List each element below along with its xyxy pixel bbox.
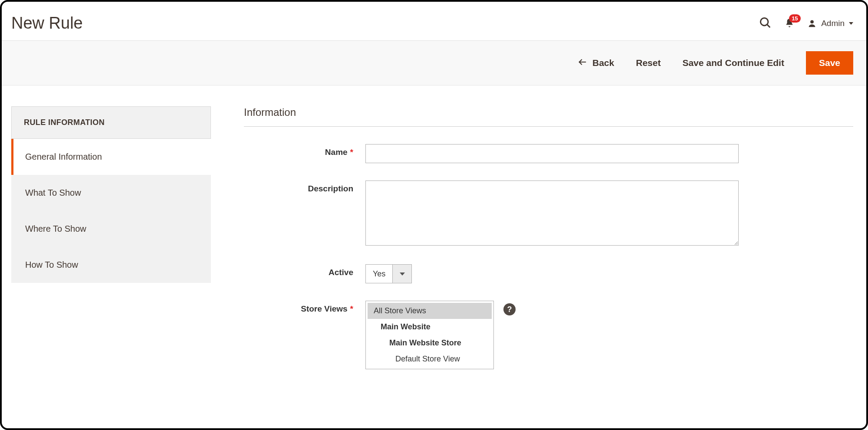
back-button[interactable]: Back <box>578 57 614 69</box>
arrow-left-icon <box>578 57 587 69</box>
reset-button[interactable]: Reset <box>636 58 661 68</box>
tab-where-to-show[interactable]: Where To Show <box>11 211 211 247</box>
page-title: New Rule <box>11 14 83 33</box>
save-continue-button[interactable]: Save and Continue Edit <box>682 58 784 68</box>
svg-point-2 <box>810 20 814 23</box>
tab-how-to-show[interactable]: How To Show <box>11 247 211 283</box>
admin-name: Admin <box>821 19 845 28</box>
active-label: Active <box>244 264 365 277</box>
store-views-multiselect[interactable]: All Store Views Main Website Main Websit… <box>365 301 494 369</box>
description-textarea[interactable] <box>365 181 739 246</box>
back-label: Back <box>592 58 614 68</box>
chevron-down-icon <box>849 22 853 25</box>
admin-account-menu[interactable]: Admin <box>807 19 853 28</box>
section-heading: Information <box>244 106 853 127</box>
search-icon[interactable] <box>759 16 772 30</box>
name-input[interactable] <box>365 144 739 163</box>
active-select-value: Yes <box>366 265 392 283</box>
svg-line-1 <box>767 24 770 27</box>
store-views-group-store[interactable]: Main Website Store <box>368 335 492 351</box>
help-icon[interactable]: ? <box>503 303 516 315</box>
chevron-down-icon <box>392 265 411 283</box>
store-views-label: Store Views* <box>244 301 365 314</box>
store-views-option-default[interactable]: Default Store View <box>368 351 492 367</box>
tab-what-to-show[interactable]: What To Show <box>11 175 211 211</box>
description-label: Description <box>244 181 365 194</box>
svg-point-0 <box>761 18 769 26</box>
sidebar-title: RULE INFORMATION <box>11 106 211 139</box>
rule-sidebar: RULE INFORMATION General Information Wha… <box>11 106 211 387</box>
save-button[interactable]: Save <box>806 51 853 75</box>
name-label: Name* <box>244 144 365 157</box>
active-select[interactable]: Yes <box>365 264 412 283</box>
action-toolbar: Back Reset Save and Continue Edit Save <box>2 40 866 85</box>
store-views-option-all[interactable]: All Store Views <box>368 303 492 319</box>
tab-general-information[interactable]: General Information <box>11 139 211 175</box>
notifications-badge: 15 <box>789 14 800 23</box>
store-views-group-website[interactable]: Main Website <box>368 319 492 335</box>
notifications-button[interactable]: 15 <box>784 18 795 29</box>
